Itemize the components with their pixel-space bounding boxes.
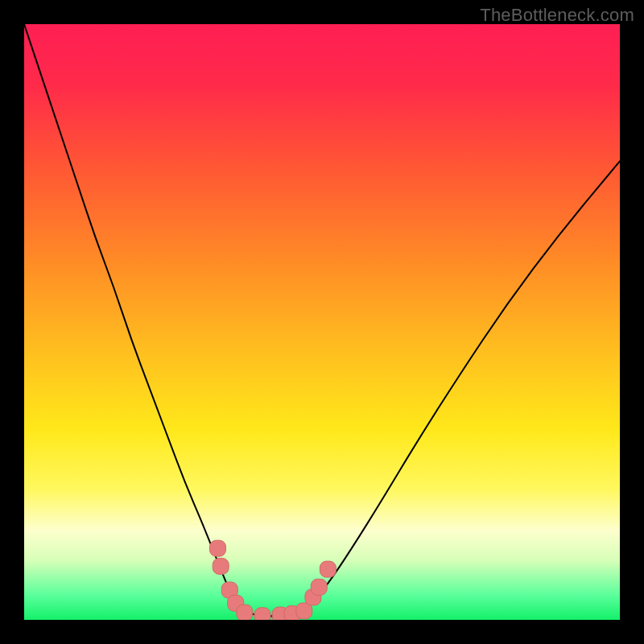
watermark-text: TheBottleneck.com [480, 5, 634, 26]
gradient-background [24, 24, 620, 620]
plot-area [24, 24, 620, 620]
svg-rect-0 [24, 24, 620, 620]
chart-frame: TheBottleneck.com [0, 0, 644, 644]
